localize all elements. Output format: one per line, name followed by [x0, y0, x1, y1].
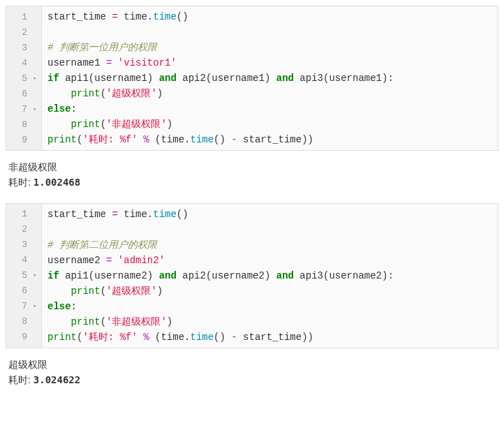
- code-token: (: [89, 73, 94, 84]
- gutter-line: 4: [6, 253, 41, 268]
- code-token: print: [47, 134, 77, 145]
- gutter-line: 5▾: [6, 71, 41, 86]
- code-token: =: [112, 11, 117, 22]
- code-token: username1: [212, 73, 265, 84]
- code-token: (: [101, 286, 106, 297]
- code-token: print: [71, 286, 101, 297]
- code-token: else: [47, 103, 71, 114]
- code-line: print('非超级权限'): [47, 117, 492, 132]
- fold-icon[interactable]: ▾: [33, 75, 38, 82]
- code-line: username2 = 'admin2': [47, 253, 492, 268]
- code-token: print: [71, 119, 101, 130]
- code-token: time: [161, 332, 184, 343]
- code-token: api3: [294, 270, 323, 281]
- fold-icon[interactable]: ▾: [33, 272, 38, 279]
- code-token: if: [47, 73, 59, 84]
- gutter-line: 3: [6, 40, 41, 55]
- gutter-line: 7▾: [6, 299, 41, 314]
- document-root: 12345▾67▾89start_time = time.time()# 判断第…: [0, 6, 504, 395]
- gutter-line: 3: [6, 237, 41, 253]
- code-token: (): [177, 11, 188, 22]
- code-line: # 判断第二位用户的权限: [47, 237, 492, 253]
- line-gutter: 12345▾67▾89: [6, 204, 42, 348]
- code-token: '超级权限': [106, 286, 157, 297]
- code-token: ): [147, 73, 153, 84]
- line-number: 4: [22, 255, 31, 265]
- gutter-line: 2: [6, 24, 41, 40]
- code-token: username1: [94, 73, 147, 84]
- code-token: api1: [59, 270, 89, 281]
- code-line: print('超级权限'): [47, 283, 492, 299]
- code-token: start_time: [237, 134, 302, 145]
- code-token: api1: [59, 73, 89, 84]
- code-token: 'admin2': [118, 255, 165, 266]
- code-line: print('非超级权限'): [47, 314, 492, 330]
- code-token: # 判断第一位用户的权限: [47, 42, 157, 53]
- code-token: [47, 88, 71, 99]
- code-token: print: [71, 88, 101, 99]
- code-token: print: [71, 316, 101, 327]
- code-token: time: [118, 209, 147, 220]
- fold-icon[interactable]: ▾: [33, 105, 38, 113]
- code-token: [47, 119, 71, 130]
- code-token: start_time: [237, 332, 302, 343]
- code-token: time: [153, 11, 177, 22]
- code-token: username1: [47, 57, 106, 68]
- code-token: ): [167, 316, 172, 327]
- code-token: (: [101, 316, 106, 327]
- gutter-line: 4: [6, 55, 41, 71]
- code-block: 12345▾67▾89start_time = time.time()# 判断第…: [6, 203, 498, 348]
- code-token: and: [159, 73, 177, 84]
- code-token: :: [71, 301, 77, 312]
- code-token: start_time: [47, 209, 112, 220]
- code-token: (): [214, 332, 225, 343]
- code-token: and: [276, 270, 294, 281]
- code-token: :: [71, 103, 77, 114]
- gutter-line: 8: [6, 314, 41, 330]
- code-token: =: [112, 209, 117, 220]
- code-token: [153, 270, 158, 281]
- code-token: api2: [177, 73, 206, 84]
- code-token: time: [161, 134, 184, 145]
- gutter-line: 6: [6, 283, 41, 299]
- code-token: ): [157, 88, 163, 99]
- output-line: 耗时: 1.002468: [8, 175, 496, 190]
- code-token: )): [302, 134, 313, 145]
- fold-icon[interactable]: ▾: [33, 302, 38, 310]
- gutter-line: 2: [6, 222, 41, 237]
- code-token: and: [276, 73, 294, 84]
- code-token: api3: [294, 73, 323, 84]
- code-token: [270, 270, 276, 281]
- code-area: start_time = time.time()# 判断第一位用户的权限user…: [42, 6, 498, 150]
- gutter-line: 7▾: [6, 101, 41, 117]
- code-token: [138, 134, 143, 145]
- line-number: 8: [22, 316, 31, 327]
- code-token: time: [153, 209, 177, 220]
- code-area: start_time = time.time()# 判断第二位用户的权限user…: [42, 204, 498, 348]
- output-line: 耗时: 3.024622: [8, 372, 496, 387]
- gutter-line: 9: [6, 132, 41, 147]
- code-token: '耗时: %f': [82, 134, 137, 145]
- code-token: (): [214, 134, 225, 145]
- code-line: username1 = 'visitor1': [47, 55, 492, 71]
- code-token: .: [147, 11, 153, 22]
- code-line: [47, 222, 492, 237]
- code-token: ): [157, 286, 163, 297]
- code-token: print: [47, 332, 77, 343]
- code-token: [149, 134, 155, 145]
- code-line: start_time = time.time(): [47, 207, 492, 222]
- line-number: 7: [22, 104, 31, 114]
- gutter-line: 6: [6, 86, 41, 101]
- line-number: 9: [22, 332, 31, 342]
- code-token: :: [387, 270, 393, 281]
- code-token: [47, 316, 71, 327]
- line-number: 6: [22, 286, 31, 296]
- gutter-line: 8: [6, 117, 41, 132]
- code-token: '耗时: %f': [82, 332, 137, 343]
- line-number: 2: [22, 27, 31, 38]
- output-line: 超级权限: [8, 357, 496, 372]
- code-token: %: [143, 332, 149, 343]
- code-token: username2: [212, 270, 265, 281]
- gutter-line: 1: [6, 9, 41, 24]
- line-number: 1: [22, 209, 31, 219]
